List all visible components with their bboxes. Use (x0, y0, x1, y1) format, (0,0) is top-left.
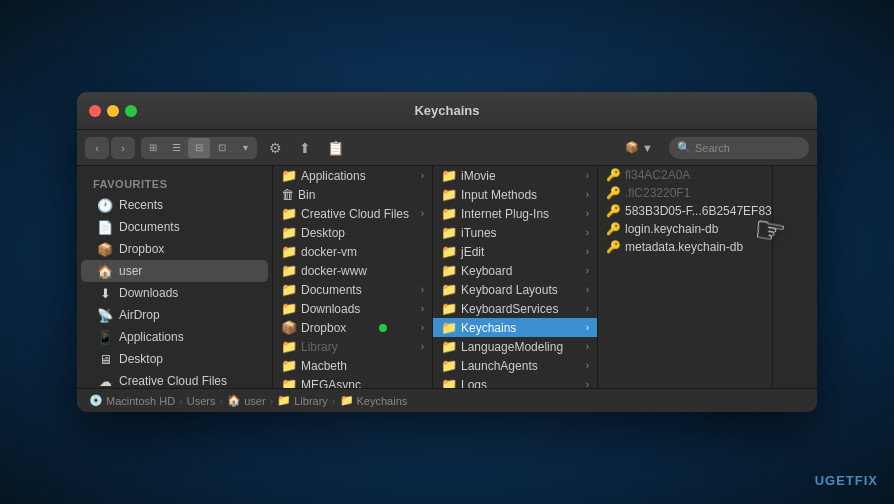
folder-icon: 📁 (441, 206, 457, 221)
creative-cloud-icon: ☁ (97, 373, 113, 388)
arrow-icon: › (586, 303, 589, 314)
list-item[interactable]: 📁 Logs › (433, 375, 597, 388)
sidebar-item-label: Documents (119, 220, 180, 234)
icon-view-button[interactable]: ⊞ (142, 138, 164, 158)
sidebar-item-applications[interactable]: 📱 Applications (81, 326, 268, 348)
gallery-view-button[interactable]: ⊡ (211, 138, 233, 158)
sidebar-item-dropbox[interactable]: 📦 Dropbox (81, 238, 268, 260)
list-item[interactable]: 📦 Dropbox › (273, 318, 432, 337)
list-item[interactable]: 📁 Applications › (273, 166, 432, 185)
user-icon: 🏠 (97, 263, 113, 279)
list-item[interactable]: 📁 Internet Plug-Ins › (433, 204, 597, 223)
content-area: Favourites 🕐 Recents 📄 Documents 📦 Dropb… (77, 166, 817, 388)
folder-icon: 📁 (441, 377, 457, 388)
sidebar-item-label: Creative Cloud Files (119, 374, 227, 388)
folder-icon: 📁 (441, 187, 457, 202)
folder-icon: 📁 (281, 263, 297, 278)
list-item[interactable]: 📁 iTunes › (433, 223, 597, 242)
arrow-icon: › (586, 341, 589, 352)
folder-icon: 📁 (441, 358, 457, 373)
list-item[interactable]: 📁 Creative Cloud Files › (273, 204, 432, 223)
breadcrumb-item[interactable]: 💿 Macintosh HD (89, 394, 175, 407)
list-item[interactable]: 📁 docker-vm (273, 242, 432, 261)
list-item[interactable]: 📁 iMovie › (433, 166, 597, 185)
documents-icon: 📄 (97, 219, 113, 235)
list-item[interactable]: 📁 LanguageModeling › (433, 337, 597, 356)
arrow-icon: › (586, 170, 589, 181)
list-item[interactable]: 📁 jEdit › (433, 242, 597, 261)
minimize-button[interactable] (107, 105, 119, 117)
search-bar[interactable]: 🔍 Search (669, 137, 809, 159)
folder-icon: 📁 (441, 339, 457, 354)
file-icon: 🔑 (606, 186, 621, 200)
folder-icon: 📁 (281, 301, 297, 316)
forward-button[interactable]: › (111, 137, 135, 159)
maximize-button[interactable] (125, 105, 137, 117)
list-item[interactable]: 📁 Input Methods › (433, 185, 597, 204)
dropbox-sidebar-icon: 📦 (97, 241, 113, 257)
folder-icon: 📁 (281, 168, 297, 183)
list-item-keychains[interactable]: 📁 Keychains › (433, 318, 597, 337)
column-view-button[interactable]: ⊟ (188, 138, 210, 158)
airdrop-icon: 📡 (97, 307, 113, 323)
breadcrumb-item[interactable]: Users (187, 395, 216, 407)
list-item[interactable]: 🔑 login.keychain-db (598, 220, 772, 238)
list-item[interactable]: 📁 Desktop (273, 223, 432, 242)
list-item[interactable]: 📁 MEGAsync (273, 375, 432, 388)
sidebar-item-documents[interactable]: 📄 Documents (81, 216, 268, 238)
search-placeholder: Search (695, 142, 730, 154)
sidebar-item-creative-cloud[interactable]: ☁ Creative Cloud Files (81, 370, 268, 388)
close-button[interactable] (89, 105, 101, 117)
arrow-icon: › (586, 265, 589, 276)
copy-path-button[interactable]: 📋 (323, 137, 347, 159)
list-item[interactable]: 📁 Keyboard › (433, 261, 597, 280)
list-item[interactable]: 📁 LaunchAgents › (433, 356, 597, 375)
folder-icon: 📁 (441, 282, 457, 297)
arrow-icon: › (586, 322, 589, 333)
list-item[interactable]: 📁 Downloads › (273, 299, 432, 318)
list-item[interactable]: 🔑 .flC23220F1 (598, 184, 772, 202)
list-item[interactable]: 🔑 metadata.keychain-db (598, 238, 772, 256)
folder-icon: 📁 (277, 394, 291, 407)
sidebar-item-airdrop[interactable]: 📡 AirDrop (81, 304, 268, 326)
folder-icon: 📁 (340, 394, 354, 407)
arrow-icon: › (586, 284, 589, 295)
traffic-lights (89, 105, 137, 117)
folder-icon: 📁 (441, 263, 457, 278)
arrow-icon: › (421, 284, 424, 295)
sidebar-item-desktop[interactable]: 🖥 Desktop (81, 348, 268, 370)
list-item[interactable]: 📁 Documents › (273, 280, 432, 299)
sidebar-item-recents[interactable]: 🕐 Recents (81, 194, 268, 216)
arrow-icon: › (586, 360, 589, 371)
list-item[interactable]: 📁 Macbeth (273, 356, 432, 375)
folder-icon: 📁 (281, 225, 297, 240)
sidebar-item-downloads[interactable]: ⬇ Downloads (81, 282, 268, 304)
action-button[interactable]: ⚙ (263, 137, 287, 159)
arrow-icon: › (421, 322, 424, 333)
share-button[interactable]: ⬆ (293, 137, 317, 159)
list-item[interactable]: 📁 Keyboard Layouts › (433, 280, 597, 299)
sidebar-item-user[interactable]: 🏠 user (81, 260, 268, 282)
list-item[interactable]: 📁 Library › (273, 337, 432, 356)
folder-icon: 📁 (281, 206, 297, 221)
list-item[interactable]: 📁 KeyboardServices › (433, 299, 597, 318)
breadcrumb-item[interactable]: 📁 Keychains (340, 394, 408, 407)
list-item[interactable]: 📁 docker-www (273, 261, 432, 280)
sidebar-item-label: Desktop (119, 352, 163, 366)
list-view-button[interactable]: ☰ (165, 138, 187, 158)
folder-icon: 📁 (281, 358, 297, 373)
arrow-icon: › (421, 170, 424, 181)
list-item[interactable]: 🔑 583B3D05-F...6B2547EF83 › (598, 202, 772, 220)
file-icon: 🔑 (606, 168, 621, 182)
list-item[interactable]: 🗑 Bin (273, 185, 432, 204)
list-item[interactable]: 🔑 fl34AC2A0A (598, 166, 772, 184)
breadcrumb-item[interactable]: 🏠 user (227, 394, 265, 407)
breadcrumb: 💿 Macintosh HD › Users › 🏠 user › 📁 Libr… (77, 388, 817, 412)
view-options-button[interactable]: ▾ (234, 138, 256, 158)
sidebar-item-label: Dropbox (119, 242, 164, 256)
sync-indicator (379, 324, 387, 332)
dropbox-button[interactable]: 📦▼ (625, 141, 653, 154)
breadcrumb-item[interactable]: 📁 Library (277, 394, 328, 407)
back-button[interactable]: ‹ (85, 137, 109, 159)
arrow-icon: › (421, 303, 424, 314)
